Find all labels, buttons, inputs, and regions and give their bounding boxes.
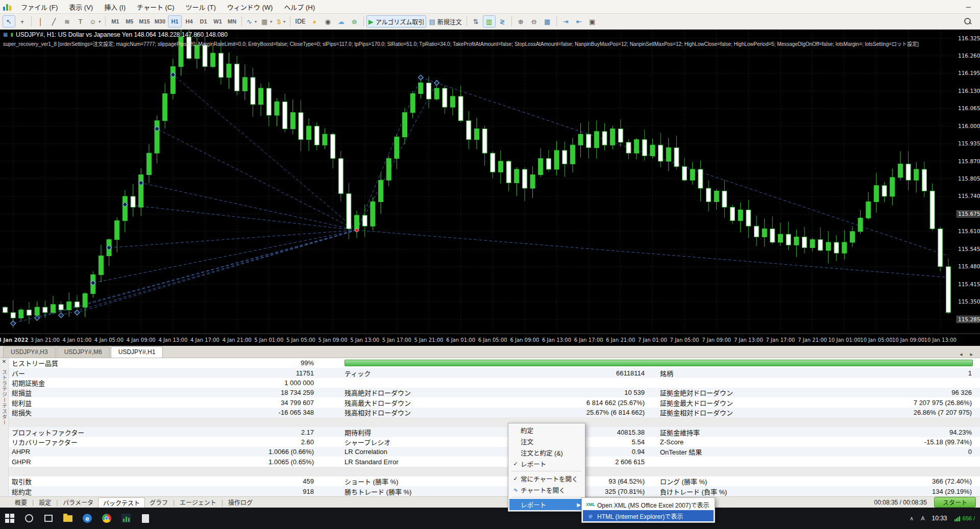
tester-cell-label: ロング (勝率 %) [647, 476, 815, 486]
tab-scroll-arrows[interactable]: ◂ ▸ [960, 351, 976, 358]
tester-tab-4[interactable]: グラフ [145, 497, 173, 508]
metatrader-window: ファイル (F)表示 (V)挿入 (I)チャート (C)ツール (T)ウィンドウ… [0, 0, 980, 529]
metaeditor-button[interactable]: ● [308, 15, 321, 28]
tick-chart-button[interactable]: ⇅ [470, 15, 482, 28]
objects-tool-button[interactable]: ☺▾ [87, 15, 103, 28]
auto-scroll-button[interactable]: ⇥ [559, 15, 572, 28]
tester-cell-value: 1.0066 (0.66%) [162, 448, 315, 456]
chart-objects-button[interactable]: ▦▾ [259, 15, 274, 28]
taskbar-clock[interactable]: 10:33 [932, 515, 947, 522]
vertical-line-tool-button[interactable]: │ [34, 15, 47, 28]
chart-area[interactable]: 116.325116.260116.195116.130116.065116.0… [0, 30, 980, 346]
cloud-button[interactable]: ☁ [335, 15, 348, 28]
notepad-taskbar-icon[interactable] [136, 508, 155, 529]
tester-cell-value: 34 799 607 [162, 399, 315, 407]
tester-tab-2[interactable]: パラメータ [58, 497, 98, 508]
timeframe-m5-button[interactable]: M5 [122, 15, 136, 28]
chart-tab-1[interactable]: USDJPY#,M6 [57, 346, 110, 358]
context-menu-item-3[interactable]: ✓レポート [509, 458, 584, 469]
timeframe-w1-button[interactable]: W1 [211, 15, 225, 28]
line-chart-button[interactable]: ≷ [496, 15, 509, 28]
timeframe-m30-button[interactable]: M30 [153, 15, 167, 28]
close-icon[interactable]: ✕ [2, 358, 6, 365]
menu-bar: ファイル (F)表示 (V)挿入 (I)チャート (C)ツール (T)ウィンドウ… [0, 0, 980, 14]
menu-item-3[interactable]: チャート (C) [131, 0, 180, 13]
taskview-taskbar-icon[interactable] [39, 508, 58, 529]
tester-cell-label: ヒストリー品質 [9, 358, 162, 368]
tester-row [9, 467, 980, 476]
menu-item-0[interactable]: ファイル (F) [15, 0, 63, 13]
tester-table: ヒストリー品質99%バー11751ティック66118114銘柄1初期証拠金1 0… [9, 358, 980, 496]
menu-item-5[interactable]: ウィンドウ (W) [222, 0, 279, 13]
submenu-item-1[interactable]: eHTML (Internet Explorer)で表示 [583, 510, 714, 521]
zoom-out-button[interactable]: ⊖ [528, 15, 541, 28]
tile-windows-button[interactable]: ▦ [541, 15, 554, 28]
tester-tab-1[interactable]: 設定 [34, 497, 56, 508]
chrome-taskbar-icon[interactable] [97, 508, 116, 529]
window-minimize-button[interactable]: ─ [959, 3, 978, 11]
ide-button[interactable]: IDE [293, 15, 307, 28]
menu-item-6[interactable]: ヘルプ (H) [278, 0, 321, 13]
context-menu-item-5[interactable]: ✓常にチャートを開く [509, 473, 584, 484]
tester-cell-value: 66118114 [488, 369, 647, 377]
channel-tool-button[interactable]: ≋ [61, 15, 74, 28]
system-tray: ∧ A 10:33 656 / [910, 515, 980, 522]
screenshot-button[interactable]: ▣ [586, 15, 599, 28]
tester-cell-label: ショート (勝率 %) [315, 476, 488, 486]
timeframe-h1-button[interactable]: H1 [168, 15, 182, 28]
context-menu-item-6[interactable]: ∿チャートを開く [509, 484, 584, 495]
timeframe-m15-button[interactable]: M15 [137, 15, 152, 28]
context-menu-item-label: レポート [521, 459, 546, 469]
community-button[interactable]: ⊚ [348, 15, 361, 28]
start-button[interactable]: スタート [934, 497, 976, 508]
zoom-in-button[interactable]: ⊕ [514, 15, 527, 28]
new-order-button[interactable]: ▤新規注文 [427, 15, 463, 28]
tester-tab-6[interactable]: 操作ログ [224, 497, 257, 508]
toolbar-separator [467, 16, 467, 27]
tester-cell-value: 366 (72.40%) [815, 477, 980, 485]
tester-tab-0[interactable]: 概要 [10, 497, 32, 508]
symbols-button[interactable]: $▾ [275, 15, 287, 28]
menu-item-1[interactable]: 表示 (V) [63, 0, 99, 13]
text-tool-button[interactable]: T [74, 15, 87, 28]
menu-item-4[interactable]: ツール (T) [180, 0, 222, 13]
search-icon[interactable] [963, 17, 972, 26]
market-depth-button[interactable]: ◉ [322, 15, 334, 28]
cursor-tool-button[interactable]: ↖ [3, 15, 15, 28]
menu-item-2[interactable]: 挿入 (I) [99, 0, 131, 13]
timeframe-m1-button[interactable]: M1 [108, 15, 122, 28]
bar-chart-button[interactable]: ▥ [483, 15, 496, 28]
tester-tab-3[interactable]: バックテスト [98, 497, 145, 508]
tester-tab-5[interactable]: エージェント [175, 497, 221, 508]
submenu-item-0[interactable]: XMLOpen XML (MS Office Excel 2007)で表示 [583, 499, 714, 510]
timeframe-mn-button[interactable]: MN [225, 15, 239, 28]
chart-tab-0[interactable]: USDJPY#,H3 [3, 346, 56, 358]
context-menu-item-8[interactable]: レポート▶ [509, 499, 584, 510]
strategy-tester-panel: ✕ ストラテジーテスター ヒストリー品質99%バー11751ティック661181… [0, 358, 980, 496]
edge-taskbar-icon[interactable]: e [78, 508, 97, 529]
new-order-icon: ▤ [429, 18, 435, 26]
explorer-taskbar-icon[interactable] [58, 508, 78, 529]
context-menu-item-1[interactable]: 注文 [509, 436, 584, 447]
svg-text:115.805: 115.805 [958, 175, 980, 182]
search-taskbar-icon[interactable] [19, 508, 39, 529]
context-menu-item-2[interactable]: 注文と約定 (&) [509, 447, 584, 458]
folder-icon [63, 515, 72, 522]
indicators-button[interactable]: ∿▾ [244, 15, 259, 28]
timeframe-h4-button[interactable]: H4 [182, 15, 196, 28]
context-menu-item-0[interactable]: 約定 [509, 424, 584, 436]
trendline-tool-button[interactable]: ╱ [47, 15, 60, 28]
crosshair-tool-button[interactable]: + [16, 15, 29, 28]
tester-cell-label: GHPR [9, 458, 162, 466]
chart-shift-button[interactable]: ⇤ [573, 15, 585, 28]
tray-chevron-icon[interactable]: ∧ [910, 515, 914, 522]
metatrader-taskbar-icon[interactable] [116, 508, 136, 529]
tester-cell-value: 26.86% (7 207 975) [815, 409, 980, 416]
context-menu-item-label: レポート [521, 500, 546, 510]
algo-trading-button[interactable]: ▶アルゴリズム取引 [366, 15, 427, 28]
start-taskbar-icon[interactable] [0, 508, 19, 529]
document-icon [142, 514, 149, 523]
timeframe-d1-button[interactable]: D1 [197, 15, 210, 28]
ime-indicator[interactable]: A [921, 515, 924, 521]
chart-tab-2[interactable]: USDJPY#,H1 [111, 346, 163, 358]
